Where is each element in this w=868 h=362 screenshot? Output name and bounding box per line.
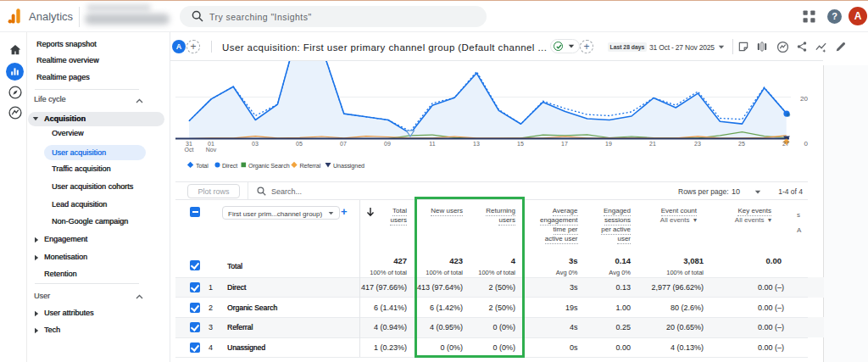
svg-text:13: 13 — [473, 141, 480, 147]
svg-text:25: 25 — [738, 141, 745, 147]
svg-text:23: 23 — [694, 141, 701, 147]
svg-text:03: 03 — [252, 141, 259, 147]
svg-text:Unassigned: Unassigned — [333, 162, 364, 170]
svg-text:Referral: Referral — [300, 162, 321, 170]
svg-text:0: 0 — [804, 140, 809, 148]
svg-text:Oct: Oct — [185, 147, 194, 153]
svg-text:Nov: Nov — [206, 147, 217, 153]
svg-text:27: 27 — [782, 141, 789, 147]
svg-text:17: 17 — [561, 141, 568, 147]
svg-text:05: 05 — [296, 141, 303, 147]
svg-text:20: 20 — [800, 95, 808, 103]
svg-text:15: 15 — [517, 141, 524, 147]
svg-text:19: 19 — [605, 141, 612, 147]
svg-text:11: 11 — [429, 141, 435, 147]
svg-text:01: 01 — [208, 141, 214, 147]
svg-text:Organic Search: Organic Search — [248, 162, 290, 170]
svg-text:07: 07 — [340, 141, 347, 147]
svg-text:Direct: Direct — [222, 162, 237, 170]
svg-text:31: 31 — [186, 141, 192, 147]
svg-text:Total: Total — [196, 162, 209, 170]
svg-text:21: 21 — [649, 141, 656, 147]
svg-text:09: 09 — [384, 141, 391, 147]
